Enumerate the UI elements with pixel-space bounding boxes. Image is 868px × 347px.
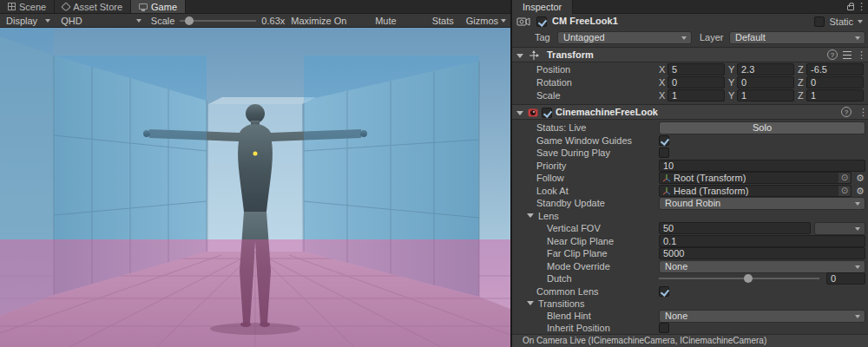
position-y-field[interactable]: 2.3 bbox=[737, 63, 794, 75]
tab-asset-store[interactable]: Asset Store bbox=[55, 0, 131, 13]
help-icon[interactable]: ? bbox=[841, 107, 852, 117]
transitions-label[interactable]: Transitions bbox=[538, 298, 584, 309]
cinemachine-icon bbox=[528, 108, 538, 118]
rotation-y-field[interactable]: 0 bbox=[737, 76, 794, 88]
inherit-position-label: Inherit Position bbox=[547, 323, 610, 333]
static-label: Static bbox=[829, 16, 853, 27]
scale-z-field[interactable]: 1 bbox=[806, 89, 864, 101]
tab-asset-store-label: Asset Store bbox=[73, 2, 122, 12]
tag-dropdown[interactable]: Untagged bbox=[557, 31, 692, 44]
scale-slider[interactable] bbox=[180, 20, 256, 22]
transitions-foldout-icon[interactable] bbox=[527, 301, 534, 305]
standby-update-dropdown[interactable]: Round Robin bbox=[659, 197, 865, 210]
transform-header[interactable]: Transform ? ⋮ bbox=[512, 47, 868, 62]
priority-field[interactable]: 10 bbox=[659, 160, 865, 172]
display-dropdown[interactable]: Display 1 bbox=[0, 14, 55, 28]
z-axis-label: Z bbox=[798, 77, 806, 88]
transform-mini-icon bbox=[662, 187, 671, 195]
position-x-field[interactable]: 5 bbox=[667, 63, 725, 75]
inspector-tab-bar: Inspector ⋮ bbox=[512, 0, 868, 14]
far-clip-field[interactable]: 5000 bbox=[659, 247, 865, 259]
freelook-title: CinemachineFreeLook bbox=[556, 107, 658, 117]
tag-label: Tag bbox=[535, 32, 550, 43]
lens-foldout-icon[interactable] bbox=[527, 213, 534, 218]
tab-scene[interactable]: Scene bbox=[0, 0, 55, 13]
asset-store-icon bbox=[62, 2, 71, 11]
look-at-row: Look At Head (Transform) ⊙ ⚙ bbox=[512, 185, 868, 198]
static-checkbox[interactable] bbox=[814, 16, 825, 27]
gameobject-enabled-checkbox[interactable] bbox=[536, 16, 547, 27]
scale-slider-knob[interactable] bbox=[185, 16, 194, 25]
freelook-foldout-icon[interactable] bbox=[516, 111, 523, 115]
look-at-object-field[interactable]: Head (Transform) ⊙ bbox=[659, 185, 852, 197]
stats-button[interactable]: Stats bbox=[426, 14, 460, 28]
follow-gear-icon[interactable]: ⚙ bbox=[856, 173, 865, 184]
save-during-play-row: Save During Play bbox=[512, 147, 868, 160]
common-lens-label: Common Lens bbox=[536, 286, 599, 297]
game-window-guides-checkbox[interactable] bbox=[659, 135, 669, 146]
gizmos-dropdown[interactable]: Gizmos bbox=[460, 14, 510, 28]
freelook-menu-icon[interactable]: ⋮ bbox=[858, 107, 868, 118]
inspector-menu-icon[interactable]: ⋮ bbox=[857, 1, 866, 12]
lens-label[interactable]: Lens bbox=[538, 211, 559, 221]
common-lens-row: Common Lens bbox=[512, 285, 868, 298]
transitions-foldout-row: Transitions bbox=[512, 298, 868, 311]
blend-hint-dropdown[interactable]: None bbox=[659, 310, 865, 323]
lens-foldout-row: Lens bbox=[512, 210, 868, 223]
transform-icon bbox=[529, 50, 539, 61]
vertical-fov-row: Vertical FOV 50 bbox=[512, 222, 868, 235]
resolution-dropdown[interactable]: QHD (2560x1440) bbox=[55, 14, 146, 28]
rotation-z-field[interactable]: 0 bbox=[806, 76, 864, 88]
standby-update-label: Standby Update bbox=[536, 198, 605, 208]
mode-override-dropdown[interactable]: None bbox=[659, 260, 865, 273]
look-at-gear-icon[interactable]: ⚙ bbox=[856, 186, 865, 197]
y-axis-label: Y bbox=[728, 77, 737, 88]
look-at-value: Head (Transform) bbox=[674, 186, 838, 196]
save-during-play-checkbox[interactable] bbox=[659, 147, 669, 158]
rotation-row: Rotation X0 Y0 Z0 bbox=[512, 76, 868, 89]
object-picker-icon[interactable]: ⊙ bbox=[838, 186, 851, 196]
dutch-slider-knob[interactable] bbox=[744, 274, 753, 283]
lock-icon[interactable] bbox=[847, 5, 854, 10]
scale-control: Scale 0.63x bbox=[151, 16, 285, 26]
inspector-panel: Inspector ⋮ CM FreeLook1 Static Tag Unta… bbox=[510, 0, 868, 347]
maximize-on-play-button[interactable]: Maximize On Play bbox=[285, 14, 369, 28]
common-lens-checkbox[interactable] bbox=[659, 286, 669, 297]
game-viewport[interactable] bbox=[0, 28, 510, 347]
tab-game[interactable]: Game bbox=[131, 0, 186, 13]
cinemachine-freelook-header[interactable]: CinemachineFreeLook ? ⋮ bbox=[512, 104, 868, 120]
solo-button[interactable]: Solo bbox=[659, 121, 865, 134]
vertical-fov-field[interactable]: 50 bbox=[659, 222, 811, 234]
standby-update-row: Standby Update Round Robin bbox=[512, 197, 868, 210]
game-icon bbox=[139, 3, 148, 10]
save-during-play-label: Save During Play bbox=[536, 147, 610, 158]
rotation-x-field[interactable]: 0 bbox=[667, 76, 725, 88]
priority-row: Priority 10 bbox=[512, 160, 868, 173]
scale-y-field[interactable]: 1 bbox=[737, 89, 794, 101]
dutch-field[interactable]: 0 bbox=[826, 272, 865, 285]
position-z-field[interactable]: -6.5 bbox=[806, 63, 864, 75]
tab-inspector[interactable]: Inspector bbox=[512, 0, 573, 14]
scale-row: Scale X1 Y1 Z1 bbox=[512, 89, 868, 102]
priority-label: Priority bbox=[536, 160, 566, 171]
help-icon[interactable]: ? bbox=[827, 49, 838, 60]
scene-icon bbox=[8, 3, 16, 10]
transform-foldout-icon[interactable] bbox=[516, 54, 523, 58]
static-dropdown-caret[interactable] bbox=[858, 20, 863, 23]
dutch-slider[interactable] bbox=[659, 274, 819, 283]
inherit-position-checkbox[interactable] bbox=[659, 323, 669, 333]
transform-menu-icon[interactable]: ⋮ bbox=[857, 49, 866, 61]
layer-dropdown[interactable]: Default bbox=[729, 31, 865, 44]
status-label: Status: Live bbox=[536, 122, 586, 133]
transform-title: Transform bbox=[547, 49, 594, 60]
follow-object-field[interactable]: Root (Transform) ⊙ bbox=[659, 172, 852, 184]
presets-icon[interactable] bbox=[843, 51, 852, 59]
dutch-row: Dutch 0 bbox=[512, 272, 868, 285]
freelook-enabled-checkbox[interactable] bbox=[542, 108, 552, 118]
mute-audio-button[interactable]: Mute Audio bbox=[369, 14, 425, 28]
scale-x-field[interactable]: 1 bbox=[667, 89, 725, 101]
blend-hint-row: Blend Hint None bbox=[512, 310, 868, 323]
object-picker-icon[interactable]: ⊙ bbox=[838, 173, 851, 183]
near-clip-field[interactable]: 0.1 bbox=[659, 235, 865, 247]
lens-preset-dropdown[interactable] bbox=[814, 222, 865, 235]
